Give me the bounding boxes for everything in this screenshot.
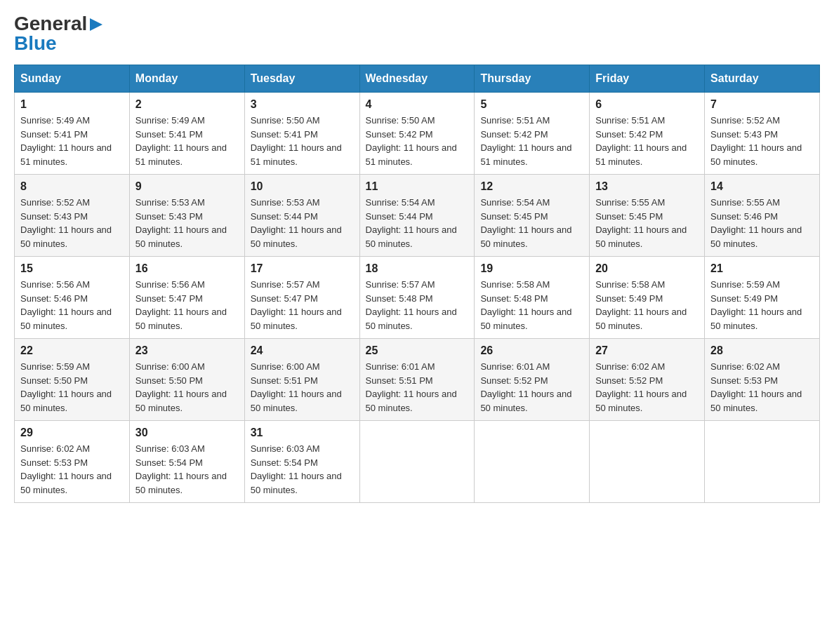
day-info: Sunrise: 5:49 AMSunset: 5:41 PMDaylight:… [20,114,124,168]
calendar-week-row: 22Sunrise: 5:59 AMSunset: 5:50 PMDayligh… [15,339,820,421]
calendar-day-cell: 11Sunrise: 5:54 AMSunset: 5:44 PMDayligh… [359,175,475,257]
calendar-header-monday: Monday [129,65,244,93]
day-info: Sunrise: 6:01 AMSunset: 5:52 PMDaylight:… [480,360,583,415]
day-number: 21 [710,262,814,275]
day-info: Sunrise: 5:49 AMSunset: 5:41 PMDaylight:… [135,114,239,168]
day-info: Sunrise: 6:00 AMSunset: 5:50 PMDaylight:… [135,360,239,415]
day-number: 7 [710,98,814,111]
calendar-day-cell: 12Sunrise: 5:54 AMSunset: 5:45 PMDayligh… [475,175,590,257]
calendar-day-cell: 16Sunrise: 5:56 AMSunset: 5:47 PMDayligh… [129,257,244,339]
logo-general-text: General [14,14,87,34]
calendar-day-cell: 31Sunrise: 6:03 AMSunset: 5:54 PMDayligh… [244,421,359,503]
day-number: 2 [135,98,239,111]
calendar-header-sunday: Sunday [15,65,130,93]
day-number: 5 [480,98,583,111]
calendar-day-cell: 18Sunrise: 5:57 AMSunset: 5:48 PMDayligh… [359,257,475,339]
calendar-day-cell [705,421,820,503]
day-number: 19 [480,262,583,275]
day-number: 3 [251,98,354,111]
day-number: 31 [251,427,354,439]
day-info: Sunrise: 5:52 AMSunset: 5:43 PMDaylight:… [20,196,124,250]
calendar-day-cell: 5Sunrise: 5:51 AMSunset: 5:42 PMDaylight… [475,93,590,175]
day-number: 8 [20,180,124,193]
calendar-day-cell [359,421,475,503]
page-header: General Blue [14,14,820,53]
calendar-day-cell: 28Sunrise: 6:02 AMSunset: 5:53 PMDayligh… [705,339,820,421]
day-number: 1 [20,98,124,111]
day-info: Sunrise: 5:50 AMSunset: 5:41 PMDaylight:… [251,114,354,168]
calendar-day-cell: 9Sunrise: 5:53 AMSunset: 5:43 PMDaylight… [129,175,244,257]
calendar-table: SundayMondayTuesdayWednesdayThursdayFrid… [14,65,820,503]
day-number: 13 [595,180,699,193]
calendar-header-saturday: Saturday [705,65,820,93]
calendar-day-cell: 1Sunrise: 5:49 AMSunset: 5:41 PMDaylight… [15,93,130,175]
day-info: Sunrise: 5:59 AMSunset: 5:49 PMDaylight:… [710,278,814,333]
day-info: Sunrise: 5:57 AMSunset: 5:47 PMDaylight:… [251,278,354,333]
day-info: Sunrise: 5:54 AMSunset: 5:45 PMDaylight:… [480,196,583,250]
day-number: 26 [480,344,583,357]
day-number: 17 [251,262,354,275]
day-info: Sunrise: 5:58 AMSunset: 5:48 PMDaylight:… [480,278,583,333]
day-number: 27 [595,344,699,357]
calendar-day-cell: 23Sunrise: 6:00 AMSunset: 5:50 PMDayligh… [129,339,244,421]
calendar-day-cell: 20Sunrise: 5:58 AMSunset: 5:49 PMDayligh… [590,257,705,339]
calendar-day-cell [590,421,705,503]
day-number: 12 [480,180,583,193]
day-info: Sunrise: 5:51 AMSunset: 5:42 PMDaylight:… [595,114,699,168]
day-number: 15 [20,262,124,275]
calendar-header-wednesday: Wednesday [359,65,475,93]
day-info: Sunrise: 5:55 AMSunset: 5:46 PMDaylight:… [710,196,814,250]
day-info: Sunrise: 5:56 AMSunset: 5:47 PMDaylight:… [135,278,239,333]
day-info: Sunrise: 5:53 AMSunset: 5:43 PMDaylight:… [135,196,239,250]
day-info: Sunrise: 6:03 AMSunset: 5:54 PMDaylight:… [135,442,239,497]
day-number: 22 [20,344,124,357]
calendar-day-cell: 2Sunrise: 5:49 AMSunset: 5:41 PMDaylight… [129,93,244,175]
calendar-day-cell [475,421,590,503]
day-info: Sunrise: 5:57 AMSunset: 5:48 PMDaylight:… [366,278,469,333]
calendar-week-row: 29Sunrise: 6:02 AMSunset: 5:53 PMDayligh… [15,421,820,503]
calendar-day-cell: 6Sunrise: 5:51 AMSunset: 5:42 PMDaylight… [590,93,705,175]
calendar-day-cell: 15Sunrise: 5:56 AMSunset: 5:46 PMDayligh… [15,257,130,339]
day-info: Sunrise: 5:51 AMSunset: 5:42 PMDaylight:… [480,114,583,168]
day-number: 11 [366,180,469,193]
calendar-day-cell: 30Sunrise: 6:03 AMSunset: 5:54 PMDayligh… [129,421,244,503]
svg-marker-0 [90,18,102,31]
day-info: Sunrise: 5:50 AMSunset: 5:42 PMDaylight:… [366,114,469,168]
calendar-day-cell: 13Sunrise: 5:55 AMSunset: 5:45 PMDayligh… [590,175,705,257]
logo-triangle-icon [88,17,104,32]
day-number: 24 [251,344,354,357]
calendar-day-cell: 24Sunrise: 6:00 AMSunset: 5:51 PMDayligh… [244,339,359,421]
day-info: Sunrise: 5:59 AMSunset: 5:50 PMDaylight:… [20,360,124,415]
day-number: 14 [710,180,814,193]
calendar-day-cell: 14Sunrise: 5:55 AMSunset: 5:46 PMDayligh… [705,175,820,257]
day-number: 29 [20,427,124,439]
calendar-day-cell: 21Sunrise: 5:59 AMSunset: 5:49 PMDayligh… [705,257,820,339]
calendar-day-cell: 27Sunrise: 6:02 AMSunset: 5:52 PMDayligh… [590,339,705,421]
day-number: 20 [595,262,699,275]
calendar-week-row: 8Sunrise: 5:52 AMSunset: 5:43 PMDaylight… [15,175,820,257]
calendar-header-tuesday: Tuesday [244,65,359,93]
calendar-header-row: SundayMondayTuesdayWednesdayThursdayFrid… [15,65,820,93]
calendar-day-cell: 4Sunrise: 5:50 AMSunset: 5:42 PMDaylight… [359,93,475,175]
day-number: 18 [366,262,469,275]
day-number: 9 [135,180,239,193]
day-number: 6 [595,98,699,111]
calendar-day-cell: 7Sunrise: 5:52 AMSunset: 5:43 PMDaylight… [705,93,820,175]
calendar-day-cell: 19Sunrise: 5:58 AMSunset: 5:48 PMDayligh… [475,257,590,339]
day-info: Sunrise: 6:00 AMSunset: 5:51 PMDaylight:… [251,360,354,415]
calendar-day-cell: 26Sunrise: 6:01 AMSunset: 5:52 PMDayligh… [475,339,590,421]
calendar-week-row: 15Sunrise: 5:56 AMSunset: 5:46 PMDayligh… [15,257,820,339]
logo: General Blue [14,14,104,53]
calendar-day-cell: 25Sunrise: 6:01 AMSunset: 5:51 PMDayligh… [359,339,475,421]
day-info: Sunrise: 6:03 AMSunset: 5:54 PMDaylight:… [251,442,354,497]
day-number: 10 [251,180,354,193]
calendar-week-row: 1Sunrise: 5:49 AMSunset: 5:41 PMDaylight… [15,93,820,175]
day-info: Sunrise: 5:56 AMSunset: 5:46 PMDaylight:… [20,278,124,333]
day-info: Sunrise: 6:02 AMSunset: 5:53 PMDaylight:… [710,360,814,415]
day-number: 30 [135,427,239,439]
calendar-day-cell: 8Sunrise: 5:52 AMSunset: 5:43 PMDaylight… [15,175,130,257]
calendar-header-friday: Friday [590,65,705,93]
calendar-header-thursday: Thursday [475,65,590,93]
day-number: 23 [135,344,239,357]
day-info: Sunrise: 5:55 AMSunset: 5:45 PMDaylight:… [595,196,699,250]
